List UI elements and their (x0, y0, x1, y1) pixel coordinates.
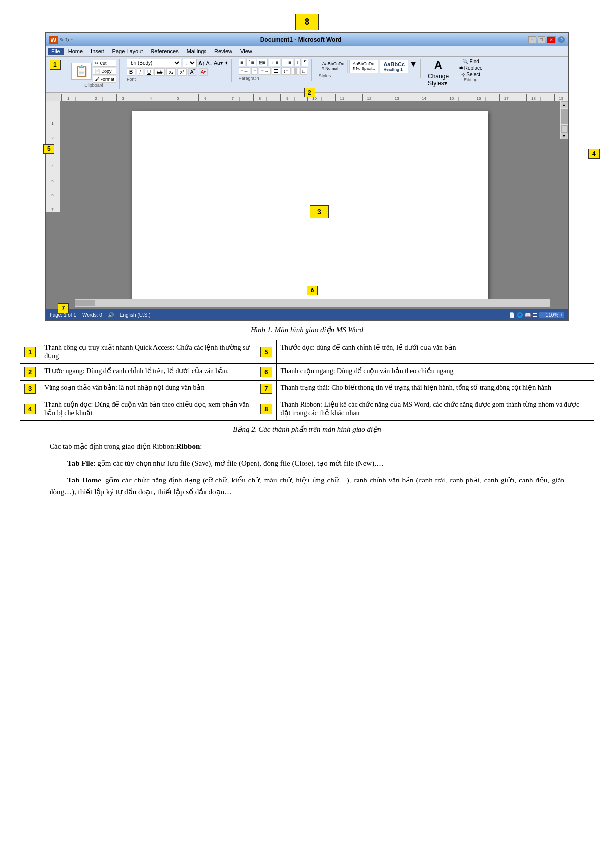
menu-references[interactable]: References (147, 48, 182, 55)
quick-access-icons: ✎ ↻ ↑ (60, 37, 73, 43)
font-size-select[interactable]: 11 (183, 59, 197, 67)
table-num-cell: 8 (256, 397, 276, 421)
window-controls[interactable]: − □ ✕ ? (528, 36, 565, 43)
decrease-indent-button[interactable]: ←≡ (269, 59, 281, 66)
italic-button[interactable]: I (137, 68, 143, 76)
shrink-font-btn[interactable]: A↓ (206, 60, 212, 66)
num-badge-6: 6 (260, 367, 272, 377)
font-group-label: Font (127, 77, 228, 82)
show-formatting-button[interactable]: ¶ (302, 59, 308, 66)
subscript-button[interactable]: x₂ (166, 68, 176, 76)
num-badge-1: 1 (24, 347, 36, 357)
text-highlight-button[interactable]: A‾ (188, 68, 197, 76)
table-desc-cell: Thước ngang: Dùng để canh chỉnh lề trên,… (40, 364, 256, 381)
document-page[interactable]: 3 (132, 111, 488, 299)
ribbon-intro: Các tab mặc định trong giao diện Ribbon:… (50, 440, 564, 452)
underline-button[interactable]: U (145, 68, 153, 76)
paste-button[interactable]: 📋 (71, 63, 92, 80)
table-desc-cell: Thanh trạng thái: Cho biết thong tin về … (276, 381, 594, 397)
num-badge-2: 2 (24, 367, 36, 377)
font-options-btn[interactable]: Aa▾ (214, 60, 222, 66)
body-section: Các tab mặc định trong giao diện Ribbon:… (20, 440, 594, 498)
shading-button[interactable]: ▒ (292, 67, 299, 75)
clear-format-btn[interactable]: ✦ (224, 60, 228, 66)
tab-file-text: : gồm các tùy chọn như lưu file (Save), … (93, 459, 384, 467)
menu-page-layout[interactable]: Page Layout (108, 48, 147, 55)
badge-7: 7 (58, 303, 69, 313)
strikethrough-button[interactable]: ab (154, 68, 165, 76)
badge-4-wrapper: 4 (588, 151, 594, 157)
menu-file[interactable]: File (48, 48, 64, 55)
superscript-button[interactable]: x² (177, 68, 186, 76)
style-heading1[interactable]: AaBbCc Heading 1 (380, 60, 408, 73)
cut-button[interactable]: ✂ Cut (93, 60, 116, 67)
figure-caption: Hình 1. Màn hình giao diện MS Word (20, 325, 594, 334)
style-no-space[interactable]: AaBbCcDc ¶ No Spaci... (349, 60, 379, 73)
select-button[interactable]: ⊹ Select (461, 72, 481, 77)
maximize-icon[interactable]: □ (538, 36, 545, 43)
word-icon: W (49, 36, 58, 44)
replace-button[interactable]: ⇄ Replace (459, 65, 482, 71)
justify-button[interactable]: ☰ (272, 67, 280, 75)
view-web-btn[interactable]: 🌐 (517, 312, 523, 318)
menu-insert[interactable]: Insert (87, 48, 108, 55)
sort-button[interactable]: ↕ (294, 59, 301, 66)
ruler-mark: 18 (526, 94, 540, 101)
align-center-button[interactable]: ≡ (251, 67, 258, 75)
change-styles-button[interactable]: ChangeStyles▾ (428, 73, 449, 87)
view-outline-btn[interactable]: ☰ (533, 312, 537, 318)
zoom-level: 110% (546, 312, 559, 318)
table-num-cell: 3 (20, 381, 40, 397)
align-left-button[interactable]: ≡← (239, 67, 251, 75)
menu-home[interactable]: Home (64, 48, 87, 55)
numbering-button[interactable]: 1≡ (246, 59, 256, 66)
copy-button[interactable]: 📄 Copy (93, 68, 116, 75)
format-painter-button[interactable]: 🖌 Format (93, 76, 116, 83)
badge-6: 6 (307, 286, 318, 295)
vertical-scrollbar[interactable]: ▲ ▼ (560, 101, 568, 139)
find-button[interactable]: 🔍 Find (462, 59, 479, 64)
menu-view[interactable]: View (236, 48, 256, 55)
tab-home-label: Tab Home (67, 476, 101, 484)
zoom-out-btn[interactable]: − (541, 312, 544, 318)
font-family-select[interactable]: bri (Body) (127, 59, 181, 67)
grow-font-btn[interactable]: A↑ (198, 60, 205, 66)
minimize-icon[interactable]: − (528, 36, 536, 43)
ruler-mark (349, 97, 362, 101)
num-badge-5: 5 (260, 347, 272, 357)
view-read-btn[interactable]: 📖 (525, 312, 531, 318)
menu-review[interactable]: Review (210, 48, 236, 55)
doc-scroll-area[interactable]: 3 6 (60, 101, 560, 309)
borders-button[interactable]: □ (300, 67, 307, 75)
menu-mailings[interactable]: Mailings (183, 48, 210, 55)
split-button[interactable] (561, 125, 568, 132)
scroll-up-button[interactable]: ▲ (561, 101, 568, 108)
font-color-button[interactable]: A▾ (199, 68, 208, 76)
ruler-mark (130, 97, 144, 101)
zoom-control[interactable]: − 110% + (539, 312, 564, 318)
close-icon[interactable]: ✕ (547, 36, 556, 43)
scroll-down-button[interactable]: ▼ (561, 132, 568, 139)
scroll-thumb[interactable] (561, 109, 568, 124)
bullets-button[interactable]: ≡ (239, 59, 246, 66)
ruler-mark (485, 97, 499, 101)
ruler-mark (321, 97, 335, 101)
h-scroll-thumb[interactable] (75, 300, 95, 306)
multilevel-list-button[interactable]: ⊞≡ (257, 59, 268, 66)
ruler-mark: 3 (116, 94, 130, 101)
view-normal-btn[interactable]: 📄 (509, 312, 515, 318)
description-table: 1 Thanh công cụ truy xuất nhanh Quick Ac… (20, 340, 594, 421)
badge-2-wrapper: 2 (304, 88, 310, 94)
increase-indent-button[interactable]: →≡ (281, 59, 293, 66)
ruler-mark: 19 (554, 94, 568, 101)
help-icon[interactable]: ? (557, 36, 565, 43)
line-spacing-button[interactable]: ↕≡ (281, 67, 291, 75)
table-row: 1 Thanh công cụ truy xuất nhanh Quick Ac… (20, 340, 594, 364)
horizontal-scrollbar[interactable]: 6 (75, 299, 550, 307)
ruler-mark (266, 97, 280, 101)
style-normal[interactable]: AaBbCcDc ¶ Normal (319, 60, 348, 73)
bold-button[interactable]: B (127, 68, 135, 76)
zoom-in-btn[interactable]: + (560, 312, 563, 318)
align-right-button[interactable]: ≡→ (259, 67, 271, 75)
styles-scroll-arrow[interactable]: ▼ (409, 60, 417, 73)
